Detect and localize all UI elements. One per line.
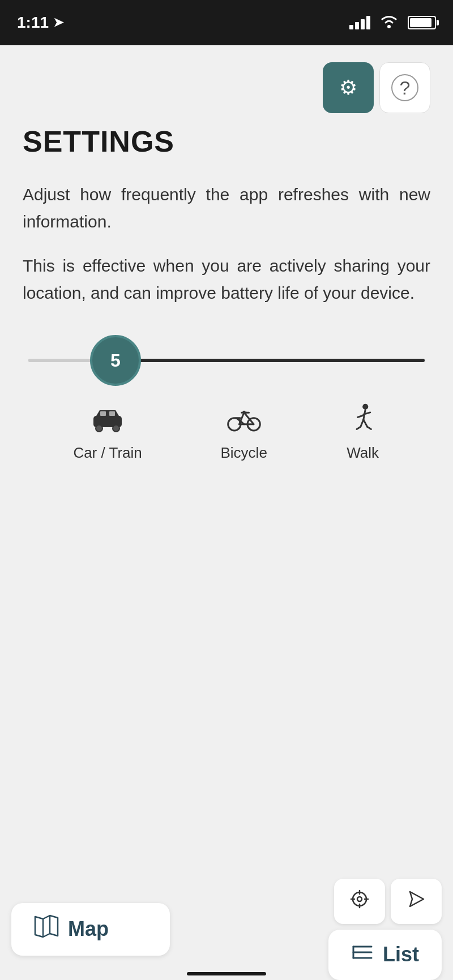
transport-modes: Car / Train Bicycle xyxy=(23,403,430,462)
svg-marker-20 xyxy=(35,915,58,937)
svg-point-0 xyxy=(387,25,391,28)
list-button[interactable]: List xyxy=(328,930,442,980)
battery-icon xyxy=(408,16,436,29)
status-bar: 1:11 ➤ xyxy=(0,0,453,45)
slider-container[interactable]: 5 xyxy=(23,335,430,386)
map-label: Map xyxy=(68,917,109,941)
svg-point-24 xyxy=(357,897,362,901)
send-icon xyxy=(407,889,426,913)
bottom-left-nav: Map xyxy=(11,903,328,956)
home-indicator xyxy=(187,972,266,975)
svg-line-18 xyxy=(360,420,363,427)
svg-line-15 xyxy=(357,415,363,417)
transport-walk[interactable]: Walk xyxy=(346,403,380,462)
help-button[interactable]: ? xyxy=(379,62,430,113)
list-label: List xyxy=(383,943,419,966)
main-content: ⚙ ? SETTINGS Adjust how frequently the a… xyxy=(0,45,453,889)
settings-gear-button[interactable]: ⚙ xyxy=(323,62,374,113)
signal-bars-icon xyxy=(349,16,370,29)
help-icon: ? xyxy=(391,74,418,101)
send-button[interactable] xyxy=(391,879,442,924)
svg-point-9 xyxy=(242,411,245,414)
page-title: SETTINGS xyxy=(23,124,430,158)
status-time: 1:11 ➤ xyxy=(17,14,63,32)
description-para2: This is effective when you are actively … xyxy=(23,252,430,307)
wifi-icon xyxy=(379,14,399,32)
description-para1: Adjust how frequently the app refreshes … xyxy=(23,181,430,235)
bottom-navigation-bar: Map xyxy=(0,889,453,980)
svg-line-17 xyxy=(367,427,371,429)
map-icon xyxy=(34,914,59,944)
svg-point-2 xyxy=(96,425,102,432)
refresh-slider-section: 5 xyxy=(23,335,430,386)
location-arrow-icon: ➤ xyxy=(53,15,63,30)
slider-track-filled-right xyxy=(112,359,425,362)
map-button[interactable]: Map xyxy=(11,903,170,956)
svg-rect-4 xyxy=(100,411,106,416)
bicycle-icon xyxy=(227,403,261,439)
time-display: 1:11 xyxy=(17,14,49,32)
car-icon xyxy=(91,403,125,439)
bicycle-label: Bicycle xyxy=(221,444,267,462)
car-train-label: Car / Train xyxy=(73,444,142,462)
transport-car-train[interactable]: Car / Train xyxy=(73,403,142,462)
locate-button[interactable] xyxy=(334,879,385,924)
locate-icon xyxy=(350,889,369,913)
action-buttons-row xyxy=(334,879,442,924)
walk-icon xyxy=(346,403,380,439)
top-buttons: ⚙ ? xyxy=(23,62,430,113)
walk-label: Walk xyxy=(347,444,379,462)
svg-point-3 xyxy=(113,425,119,432)
svg-line-16 xyxy=(363,420,367,427)
transport-bicycle[interactable]: Bicycle xyxy=(221,403,267,462)
status-icons xyxy=(349,14,436,32)
slider-thumb[interactable]: 5 xyxy=(90,335,141,386)
bottom-right-actions: List xyxy=(328,879,442,980)
slider-value: 5 xyxy=(110,350,121,371)
gear-icon: ⚙ xyxy=(339,76,357,100)
list-icon xyxy=(351,941,374,969)
svg-rect-5 xyxy=(109,411,115,416)
svg-line-19 xyxy=(357,427,361,429)
svg-point-12 xyxy=(362,404,368,410)
svg-marker-29 xyxy=(410,892,424,906)
